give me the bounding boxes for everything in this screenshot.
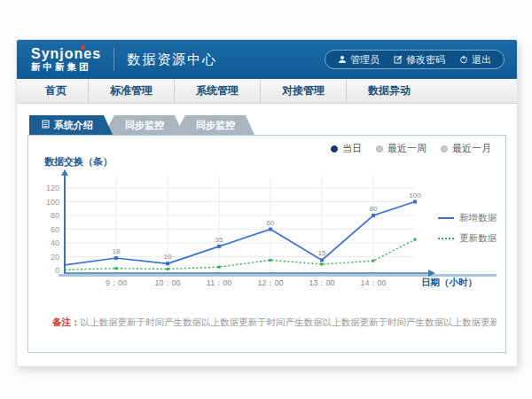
user-bar-edit[interactable]: 修改密码 <box>394 53 445 66</box>
data-point <box>115 267 118 270</box>
time-filter-option[interactable]: 当日 <box>331 142 362 155</box>
radio-label: 最近一周 <box>387 142 426 155</box>
x-axis-title: 日期（小时） <box>421 277 477 288</box>
radio-icon <box>331 145 338 153</box>
edit-icon <box>394 55 403 64</box>
data-point <box>167 268 169 270</box>
time-filter-option[interactable]: 最近一周 <box>376 142 426 155</box>
data-point-label: 18 <box>113 247 121 255</box>
logo-text: Synjones <box>31 47 101 62</box>
x-tick-label: 14：00 <box>360 278 386 287</box>
x-axis-arrow <box>428 270 435 277</box>
power-icon <box>459 55 468 64</box>
data-point <box>414 239 417 241</box>
tab-label: 同步监控 <box>196 119 235 132</box>
radio-icon <box>376 145 383 153</box>
y-tick-label: 120 <box>46 184 59 192</box>
data-point-label: 80 <box>370 205 378 213</box>
data-point-label: 10 <box>164 253 172 261</box>
page-title: 数据资源中心 <box>127 51 217 68</box>
data-point-label: 60 <box>267 219 275 227</box>
tab-3[interactable]: 同步监控 <box>175 115 254 135</box>
chart-panel: 当日最近一周最近一月 0204060801001209：0010：0011：00… <box>27 135 506 353</box>
user-bar: 管理员修改密码退出 <box>325 50 505 69</box>
synjones-logo: Synjones 新中新集团 <box>31 47 101 72</box>
document-icon <box>42 120 50 130</box>
tab-bar: 系统介绍同步监控同步监控 <box>29 104 506 135</box>
data-point <box>372 214 375 217</box>
time-filter-option[interactable]: 最近一月 <box>441 142 491 155</box>
x-tick-label: 12：00 <box>257 278 283 287</box>
data-point <box>413 200 417 204</box>
data-point <box>320 258 324 262</box>
nav-item[interactable]: 对接管理 <box>261 79 347 103</box>
footnote-text: 以上数据更新于时间产生数据以上数据更新于时间产生数据以上数据更新于时间产生数据以… <box>81 317 497 327</box>
time-filter-group: 当日最近一周最近一月 <box>331 142 491 155</box>
legend-swatch <box>438 217 454 219</box>
app-window: Synjones 新中新集团 数据资源中心 管理员修改密码退出 首页标准管理系统… <box>16 39 518 367</box>
header-divider <box>113 48 114 71</box>
legend-swatch <box>438 238 454 239</box>
radio-label: 最近一月 <box>452 142 491 155</box>
tab-label: 同步监控 <box>125 119 164 132</box>
nav-item[interactable]: 数据异动 <box>347 79 432 103</box>
x-tick-label: 11：00 <box>207 278 231 287</box>
user-icon <box>338 55 347 64</box>
tab-label: 系统介绍 <box>54 119 93 132</box>
x-tick-label: 9：00 <box>106 278 127 287</box>
data-point <box>321 263 324 266</box>
y-tick-label: 40 <box>51 239 59 247</box>
user-bar-label: 退出 <box>472 53 491 66</box>
tab-2[interactable]: 同步监控 <box>104 115 184 135</box>
user-bar-power[interactable]: 退出 <box>459 53 491 66</box>
data-point <box>114 256 118 260</box>
y-tick-label: 0 <box>55 266 59 275</box>
series-line <box>65 202 415 265</box>
data-point-label: 15 <box>318 249 326 257</box>
tab-1[interactable]: 系统介绍 <box>29 115 113 135</box>
data-point <box>217 245 221 248</box>
y-tick-label: 80 <box>51 211 59 220</box>
y-axis-title: 数据交换（条） <box>43 156 113 168</box>
data-point <box>372 260 375 262</box>
data-point <box>166 262 169 265</box>
content-area: 系统介绍同步监控同步监控 当日最近一周最近一月 0204060801001209… <box>17 104 517 367</box>
y-tick-label: 20 <box>51 253 59 262</box>
legend-label: 更新数据 <box>459 232 497 245</box>
logo-subtitle: 新中新集团 <box>31 62 101 72</box>
x-tick-label: 13：00 <box>309 278 334 287</box>
x-tick-label: 10：00 <box>154 278 180 287</box>
y-tick-label: 60 <box>51 225 59 234</box>
user-bar-label: 管理员 <box>350 53 379 66</box>
radio-label: 当日 <box>342 142 362 155</box>
main-nav: 首页标准管理系统管理对接管理数据异动 <box>17 79 517 104</box>
data-point <box>218 266 221 269</box>
user-bar-label: 修改密码 <box>406 53 445 66</box>
legend-item[interactable]: 更新数据 <box>438 232 502 245</box>
nav-item[interactable]: 系统管理 <box>175 79 261 103</box>
footnote-prefix: 备注： <box>52 317 81 327</box>
nav-item[interactable]: 标准管理 <box>89 79 175 103</box>
footnote: 备注：以上数据更新于时间产生数据以上数据更新于时间产生数据以上数据更新于时间产生… <box>52 317 497 329</box>
y-axis-arrow <box>61 169 68 176</box>
nav-item[interactable]: 首页 <box>24 79 89 103</box>
radio-icon <box>441 145 448 153</box>
data-point-label: 100 <box>409 192 421 200</box>
data-point-label: 35 <box>215 236 223 244</box>
app-header: Synjones 新中新集团 数据资源中心 管理员修改密码退出 <box>17 40 517 79</box>
data-point <box>269 228 272 231</box>
data-point <box>270 259 272 262</box>
data-exchange-chart: 0204060801001209：0010：0011：0012：0013：001… <box>34 155 495 290</box>
chart-legend: 新增数据更新数据 <box>438 212 502 245</box>
y-tick-label: 100 <box>46 198 59 207</box>
legend-label: 新增数据 <box>459 212 497 224</box>
legend-item[interactable]: 新增数据 <box>438 212 502 224</box>
user-bar-user[interactable]: 管理员 <box>338 53 379 66</box>
